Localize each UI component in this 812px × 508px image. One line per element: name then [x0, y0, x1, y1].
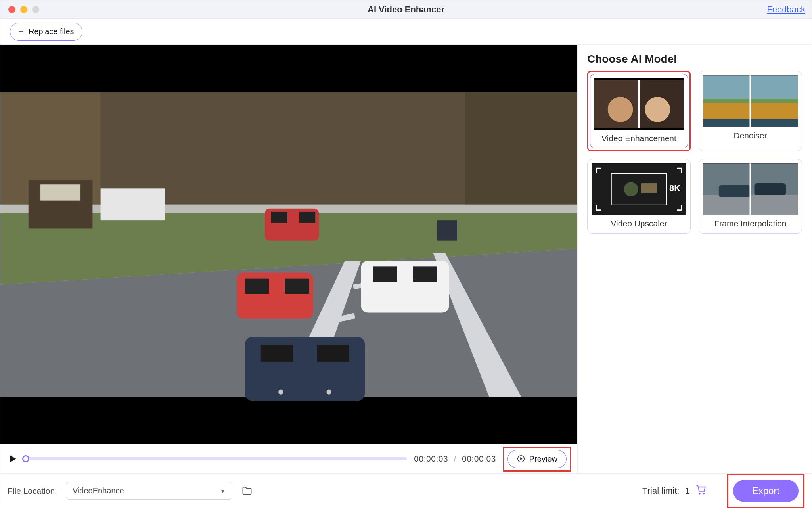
model-thumb [703, 163, 798, 215]
close-icon[interactable] [8, 6, 15, 13]
svg-rect-45 [641, 183, 657, 193]
play-icon [8, 454, 18, 464]
svg-rect-21 [285, 278, 309, 293]
svg-rect-41 [750, 75, 751, 127]
file-location-value: VideoEnhance [73, 486, 124, 495]
svg-rect-18 [299, 212, 315, 223]
cart-button[interactable] [695, 484, 707, 498]
play-button[interactable] [7, 453, 19, 465]
svg-rect-15 [101, 188, 165, 220]
open-folder-button[interactable] [241, 485, 253, 497]
svg-rect-50 [750, 163, 751, 215]
trial-limit: Trial limit:1 [642, 484, 707, 498]
svg-point-44 [624, 182, 638, 196]
svg-rect-49 [754, 183, 786, 195]
svg-point-52 [703, 493, 705, 494]
minimize-icon[interactable] [20, 6, 27, 13]
file-location-select[interactable]: VideoEnhance ▼ [66, 482, 232, 500]
model-thumb: 8K [592, 163, 686, 215]
time-total: 00:00:03 [462, 454, 496, 463]
window-title: AI Video Enhancer [0, 4, 812, 15]
folder-icon [241, 485, 253, 496]
svg-rect-28 [317, 345, 349, 361]
panel-heading: Choose AI Model [587, 53, 802, 65]
model-label: Video Enhancement [601, 134, 676, 143]
video-frame-image [0, 60, 577, 429]
model-thumb [594, 78, 684, 130]
svg-point-51 [699, 493, 700, 494]
export-button[interactable]: Export [733, 480, 799, 502]
time-separator: / [454, 454, 456, 463]
traffic-lights [0, 6, 39, 13]
scrubber-thumb[interactable] [22, 455, 29, 462]
replace-files-button[interactable]: + Replace files [10, 23, 82, 41]
footer: File Location: VideoEnhance ▼ Trial limi… [0, 473, 812, 508]
svg-rect-4 [465, 92, 577, 205]
model-highlight: New Video Enhancement [587, 71, 691, 151]
svg-point-30 [326, 389, 331, 394]
svg-rect-14 [40, 184, 80, 200]
file-location-label: File Location: [8, 486, 57, 496]
left-pane: 00:00:03 / 00:00:03 Preview [0, 45, 578, 473]
main: 00:00:03 / 00:00:03 Preview Choos [0, 45, 812, 473]
model-label: Video Upscaler [611, 219, 667, 228]
svg-rect-27 [261, 345, 293, 361]
svg-rect-36 [638, 80, 640, 128]
trial-label: Trial limit: [642, 486, 679, 496]
replace-files-label: Replace files [29, 27, 74, 36]
trial-value: 1 [685, 486, 689, 496]
svg-rect-20 [245, 278, 269, 293]
play-controls: 00:00:03 / 00:00:03 Preview [0, 444, 577, 473]
svg-rect-48 [719, 185, 751, 197]
svg-point-34 [608, 97, 633, 122]
app-window: AI Video Enhancer Feedback + Replace fil… [0, 0, 812, 508]
svg-rect-17 [271, 212, 287, 223]
model-label: Denoiser [733, 131, 767, 140]
feedback-link[interactable]: Feedback [767, 4, 805, 15]
chevron-down-icon: ▼ [220, 488, 226, 494]
model-card-video-enhancement[interactable]: New Video Enhancement [590, 74, 688, 148]
svg-rect-25 [437, 220, 457, 241]
right-panel: Choose AI Model New [578, 45, 812, 473]
maximize-icon[interactable] [32, 6, 39, 13]
export-highlight: Export [727, 474, 804, 508]
svg-point-35 [645, 97, 670, 122]
svg-rect-24 [413, 266, 437, 282]
model-thumb [703, 75, 798, 127]
timecode: 00:00:03 / 00:00:03 [414, 454, 496, 464]
model-card-video-upscaler[interactable]: 8K Video Upscaler [587, 159, 691, 234]
scrubber[interactable] [26, 457, 407, 460]
preview-highlight: Preview [503, 447, 571, 472]
preview-button[interactable]: Preview [508, 450, 567, 468]
video-preview-area[interactable] [0, 45, 577, 444]
toolbar: + Replace files [0, 19, 812, 45]
preview-label: Preview [529, 454, 557, 464]
plus-icon: + [18, 27, 24, 36]
upscaler-8k-badge: 8K [669, 183, 680, 193]
svg-rect-23 [373, 266, 397, 282]
cart-icon [695, 484, 707, 495]
model-label: Frame Interpolation [714, 219, 786, 228]
preview-play-icon [517, 454, 525, 463]
model-card-denoiser[interactable]: Denoiser [699, 71, 802, 151]
time-current: 00:00:03 [414, 454, 448, 463]
model-card-frame-interpolation[interactable]: Frame Interpolation [699, 159, 802, 234]
model-grid: New Video Enhancement [587, 71, 802, 234]
titlebar: AI Video Enhancer Feedback [0, 0, 812, 19]
svg-point-29 [278, 389, 283, 394]
